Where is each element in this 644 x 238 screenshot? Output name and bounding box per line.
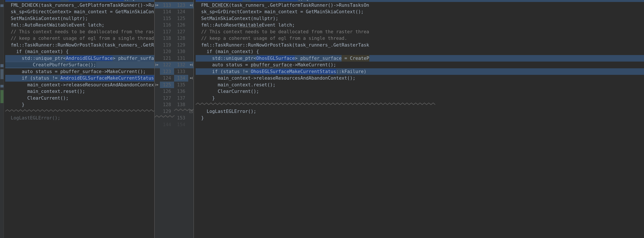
fold-arrow-left-icon[interactable] — [155, 108, 160, 115]
code-line[interactable] — [196, 101, 644, 108]
code-line[interactable]: OhosContextGLSkia::~OhosContextGLSkia() … — [196, 0, 644, 2]
code-line[interactable]: } — [5, 101, 154, 108]
fold-arrow-right-icon[interactable] — [188, 0, 194, 2]
fold-arrow-right-icon[interactable] — [188, 2, 194, 9]
gutter-row[interactable]: 120130 — [155, 48, 194, 55]
fold-arrow-left-icon[interactable] — [155, 95, 160, 102]
code-line[interactable]: SetMainSkiaContext(nullptr); — [5, 15, 154, 22]
gutter-row[interactable]: 117127 — [155, 28, 194, 35]
code-line[interactable]: AndroidContextGLSkia::~AndroidContextGLS… — [5, 0, 154, 2]
code-line[interactable] — [5, 108, 154, 115]
fold-arrow-right-icon[interactable] — [188, 22, 194, 28]
fold-arrow-right-icon[interactable] — [188, 35, 194, 42]
fold-arrow-left-icon[interactable] — [155, 55, 160, 62]
fold-arrow-left-icon[interactable] — [155, 28, 160, 35]
gutter-row[interactable]: 128138 — [155, 101, 194, 108]
fold-arrow-right-icon[interactable] — [188, 88, 194, 95]
fold-arrow-left-icon[interactable] — [155, 2, 160, 9]
code-line[interactable]: main_context->releaseResourcesAndAbandon… — [5, 82, 154, 88]
code-line[interactable]: if (main_context) { — [5, 48, 154, 55]
fold-arrow-right-icon[interactable] — [188, 48, 194, 55]
fold-arrow-right-icon[interactable] — [188, 115, 194, 121]
gutter-row[interactable]: 153 — [155, 115, 194, 121]
fold-arrow-left-icon[interactable] — [155, 22, 160, 28]
fold-arrow-left-icon[interactable] — [155, 0, 160, 2]
right-code-content[interactable]: OhosContextGLSkia::~OhosContextGLSkia() … — [194, 0, 644, 121]
fold-arrow-right-icon[interactable] — [188, 28, 194, 35]
fold-arrow-right-icon[interactable] — [188, 15, 194, 22]
fold-arrow-right-icon[interactable] — [188, 121, 194, 128]
fold-arrow-right-icon[interactable] — [188, 68, 194, 75]
fold-arrow-right-icon[interactable] — [188, 82, 194, 88]
code-line[interactable]: CreatePbufferSurface(); — [5, 62, 154, 68]
gutter-line-numbers[interactable]: 1121221131231141241151251161261171271181… — [154, 0, 194, 238]
code-line[interactable]: fml::TaskRunner::RunNowOrPostTask(task_r… — [196, 42, 644, 48]
code-line[interactable]: fml::TaskRunner::RunNowOrPostTask(task_r… — [5, 42, 154, 48]
gutter-row[interactable]: 123133 — [155, 68, 194, 75]
gutter-row[interactable]: 119129 — [155, 42, 194, 48]
fold-arrow-left-icon[interactable] — [155, 62, 160, 68]
fold-arrow-right-icon[interactable] — [188, 101, 194, 108]
fold-arrow-left-icon[interactable] — [155, 121, 160, 128]
code-line[interactable]: auto status = pbuffer_surface->MakeCurre… — [196, 62, 644, 68]
code-line[interactable]: // keep a coherent usage of egl from a s… — [196, 35, 644, 42]
gutter-row[interactable]: 127137 — [155, 95, 194, 102]
code-line[interactable]: sk_sp<GrDirectContext> main_context = Ge… — [196, 8, 644, 15]
fold-arrow-left-icon[interactable] — [155, 88, 160, 95]
gutter-row[interactable]: 126136 — [155, 88, 194, 95]
fold-arrow-left-icon[interactable] — [155, 75, 160, 82]
fold-arrow-left-icon[interactable] — [155, 8, 160, 15]
gutter-row[interactable]: 116126 — [155, 22, 194, 28]
code-line[interactable]: // This context needs to be deallocated … — [196, 28, 644, 35]
fold-arrow-right-icon[interactable] — [188, 55, 194, 62]
gutter-row[interactable]: 115125 — [155, 15, 194, 22]
gutter-row[interactable]: +129 — [155, 108, 194, 115]
code-line[interactable]: // keep a coherent usage of egl from a s… — [5, 35, 154, 42]
expand-fold-icon[interactable]: + — [190, 110, 192, 113]
gutter-row[interactable]: 125135 — [155, 82, 194, 88]
fold-arrow-left-icon[interactable] — [155, 42, 160, 48]
code-line[interactable]: } — [196, 95, 644, 102]
code-line[interactable]: ClearCurrent(); — [5, 95, 154, 102]
fold-arrow-left-icon[interactable] — [155, 15, 160, 22]
gutter-row[interactable]: 124134 — [155, 75, 194, 82]
left-code-content[interactable]: AndroidContextGLSkia::~AndroidContextGLS… — [0, 0, 154, 121]
gutter-row[interactable]: 113123 — [155, 2, 194, 9]
gutter-row[interactable]: 122132 — [155, 62, 194, 68]
code-line[interactable]: sk_sp<GrDirectContext> main_context = Ge… — [5, 8, 154, 15]
fold-arrow-left-icon[interactable] — [155, 101, 160, 108]
fold-arrow-right-icon[interactable] — [188, 42, 194, 48]
gutter-row[interactable]: 121131 — [155, 55, 194, 62]
code-line[interactable]: FML_DCHECK(task_runners_.GetPlatformTask… — [5, 2, 154, 9]
code-line[interactable]: if (main_context) { — [196, 48, 644, 55]
fold-arrow-left-icon[interactable] — [155, 82, 160, 88]
fold-arrow-left-icon[interactable] — [155, 35, 160, 42]
fold-arrow-right-icon[interactable] — [188, 75, 194, 82]
code-line[interactable]: SetMainSkiaContext(nullptr); — [196, 15, 644, 22]
right-code-pane[interactable]: OhosContextGLSkia::~OhosContextGLSkia() … — [194, 0, 644, 238]
fold-arrow-left-icon[interactable] — [155, 68, 160, 75]
code-line[interactable]: main_context.reset(); — [196, 82, 644, 88]
left-code-pane[interactable]: AndroidContextGLSkia::~AndroidContextGLS… — [0, 0, 154, 238]
gutter-row[interactable]: 112122 — [155, 0, 194, 2]
code-line[interactable]: std::unique_ptr<AndroidEGLSurface> pbuff… — [5, 55, 154, 62]
fold-arrow-right-icon[interactable] — [188, 95, 194, 102]
code-line[interactable]: std::unique_ptr<OhosEGLSurface> pbuffer_… — [196, 55, 644, 62]
fold-arrow-right-icon[interactable] — [188, 8, 194, 15]
code-line[interactable]: auto status = pbuffer_surface->MakeCurre… — [5, 68, 154, 75]
code-line[interactable]: FML_DCHECK(task_runners_.GetPlatformTask… — [196, 2, 644, 9]
gutter-row[interactable]: 118128 — [155, 35, 194, 42]
code-line[interactable]: } — [196, 115, 644, 121]
code-line[interactable]: if (status != AndroidEGLSurfaceMakeCurre… — [5, 75, 154, 82]
fold-arrow-right-icon[interactable] — [188, 62, 194, 68]
code-line[interactable]: // This context needs to be deallocated … — [5, 28, 154, 35]
code-line[interactable]: ClearCurrent(); — [196, 88, 644, 95]
code-line[interactable]: if (status != OhosEGLSurfaceMakeCurrentS… — [196, 68, 644, 75]
code-line[interactable]: fml::AutoResetWaitableEvent latch; — [196, 22, 644, 28]
code-line[interactable]: main_context->releaseResourcesAndAbandon… — [196, 75, 644, 82]
code-line[interactable]: main_context.reset(); — [5, 88, 154, 95]
code-line[interactable]: LogLastEGLError(); — [196, 108, 644, 115]
gutter-row[interactable]: 114124 — [155, 8, 194, 15]
code-line[interactable]: fml::AutoResetWaitableEvent latch; — [5, 22, 154, 28]
code-line[interactable]: LogLastEGLError(); — [5, 115, 154, 121]
